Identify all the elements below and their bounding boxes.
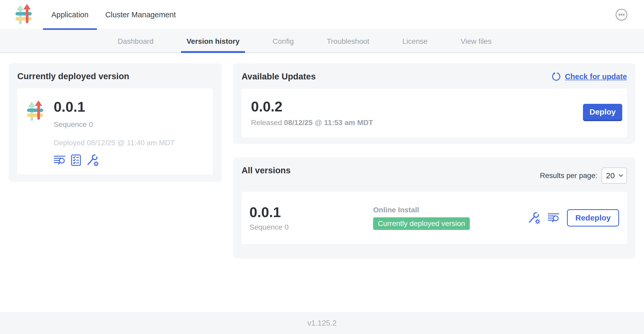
overflow-menu-button[interactable] — [615, 8, 628, 21]
view-logs-icon[interactable] — [548, 213, 560, 223]
update-released-timestamp: Released 08/12/25 @ 11:53 am MDT — [251, 118, 618, 127]
console-footer: v1.125.2 — [0, 312, 644, 334]
chevron-down-icon — [619, 174, 623, 177]
sub-tab-config[interactable]: Config — [256, 30, 310, 52]
version-row: 0.0.1 Sequence 0 Online Install Currentl… — [242, 192, 627, 244]
currently-deployed-badge: Currently deployed version — [373, 217, 470, 230]
all-versions-title: All versions — [242, 165, 291, 175]
sub-tab-dashboard[interactable]: Dashboard — [101, 30, 170, 52]
install-type-label: Online Install — [373, 206, 528, 214]
edit-config-icon[interactable] — [528, 212, 540, 224]
app-logo-icon — [15, 4, 32, 26]
sub-tab-troubleshoot[interactable]: Troubleshoot — [310, 30, 386, 52]
all-versions-card: All versions Results per page: 20 0.0.1 … — [233, 157, 635, 258]
refresh-icon — [551, 71, 561, 82]
results-per-page-select[interactable]: 20 — [602, 168, 627, 184]
results-per-page: Results per page: 20 — [540, 168, 627, 184]
redeploy-button[interactable]: Redeploy — [567, 209, 619, 227]
check-for-update-label: Check for update — [565, 72, 627, 81]
deployed-actions — [54, 154, 175, 166]
check-for-update-link[interactable]: Check for update — [551, 71, 627, 82]
deploy-button[interactable]: Deploy — [583, 104, 622, 121]
available-update-row: 0.0.2 Released 08/12/25 @ 11:53 am MDT D… — [242, 89, 627, 137]
row-actions: Redeploy — [528, 209, 619, 227]
deployed-timestamp: Deployed 08/12/25 @ 11:40 am MDT — [54, 139, 175, 147]
deployed-version-number: 0.0.1 — [54, 99, 175, 115]
deployed-version-panel: 0.0.1 Sequence 0 Deployed 08/12/25 @ 11:… — [17, 88, 213, 174]
preflight-checks-icon[interactable] — [71, 154, 81, 166]
update-version-number: 0.0.2 — [251, 99, 618, 114]
top-tab-application[interactable]: Application — [43, 0, 97, 29]
view-logs-icon[interactable] — [54, 155, 66, 165]
deployed-card-title: Currently deployed version — [17, 71, 213, 81]
row-sequence: Sequence 0 — [249, 223, 373, 231]
version-history-page: Currently deployed version 0.0.1 Sequenc… — [0, 53, 644, 312]
top-tab-bar: Application Cluster Management — [43, 0, 184, 29]
currently-deployed-card: Currently deployed version 0.0.1 Sequenc… — [9, 63, 222, 182]
deployed-sequence: Sequence 0 — [54, 120, 175, 129]
console-version: v1.125.2 — [307, 319, 336, 327]
available-updates-title: Available Updates — [242, 72, 316, 82]
app-sub-nav: Dashboard Version history Config Trouble… — [0, 30, 644, 53]
edit-config-icon[interactable] — [86, 154, 99, 166]
app-version-icon — [27, 100, 43, 122]
top-nav: Application Cluster Management — [0, 0, 644, 30]
available-updates-card: Available Updates Check for update 0.0.2… — [233, 63, 635, 144]
results-per-page-label: Results per page: — [540, 171, 597, 180]
sub-tab-view-files[interactable]: View files — [444, 30, 508, 52]
sub-tab-version-history[interactable]: Version history — [170, 30, 256, 52]
top-tab-cluster-management[interactable]: Cluster Management — [97, 0, 184, 29]
kots-admin-console: Application Cluster Management Dashboard… — [0, 0, 644, 334]
ellipsis-circle-icon — [615, 8, 628, 21]
sub-tab-license[interactable]: License — [386, 30, 444, 52]
row-version-number: 0.0.1 — [249, 204, 373, 220]
